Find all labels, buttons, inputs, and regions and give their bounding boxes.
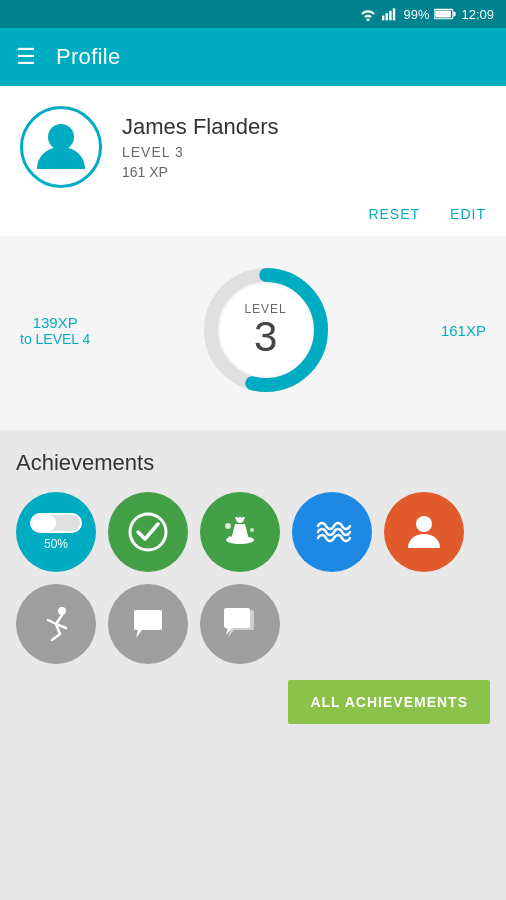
xp-to-next: 139XP to LEVEL 4: [20, 314, 90, 347]
all-achievements-row: ALL ACHIEVEMENTS: [16, 680, 490, 724]
chat-icon: [126, 602, 170, 646]
profile-details: James Flanders LEVEL 3 161 XP: [122, 114, 279, 180]
current-xp: 161XP: [441, 322, 486, 339]
svg-line-22: [56, 615, 62, 624]
level-ring: LEVEL 3: [196, 260, 336, 400]
svg-point-15: [250, 528, 254, 532]
profile-level: LEVEL 3: [122, 144, 279, 160]
svg-rect-1: [382, 16, 384, 21]
status-bar: 99% 12:09: [0, 0, 506, 28]
achievement-checkmark[interactable]: [108, 492, 188, 572]
person-icon: [402, 510, 446, 554]
svg-rect-2: [386, 13, 388, 20]
progress-pct-label: 50%: [44, 537, 68, 551]
achievement-stretch[interactable]: [16, 584, 96, 664]
svg-rect-3: [390, 11, 392, 21]
time: 12:09: [461, 7, 494, 22]
profile-card: James Flanders LEVEL 3 161 XP RESET EDIT: [0, 86, 506, 236]
achievement-progress[interactable]: 50%: [16, 492, 96, 572]
level-section: 139XP to LEVEL 4 LEVEL 3 161XP: [0, 236, 506, 430]
signal-icon: [382, 7, 398, 21]
achievement-person[interactable]: [384, 492, 464, 572]
svg-rect-7: [454, 12, 456, 17]
profile-actions: RESET EDIT: [20, 202, 486, 222]
toolbar: ☰ Profile: [0, 28, 506, 86]
wifi-icon: [359, 7, 377, 21]
chat2-icon: [218, 602, 262, 646]
stretch-icon: [34, 602, 78, 646]
svg-point-0: [367, 19, 370, 22]
status-icons: 99% 12:09: [359, 7, 494, 22]
menu-icon[interactable]: ☰: [16, 44, 36, 70]
check-icon: [126, 510, 170, 554]
progress-bar: [30, 513, 82, 533]
profile-name: James Flanders: [122, 114, 279, 140]
svg-point-16: [228, 536, 232, 540]
svg-point-14: [225, 523, 231, 529]
avatar-icon: [31, 117, 91, 177]
svg-rect-6: [436, 10, 452, 17]
avatar: [20, 106, 102, 188]
achievements-grid: 50%: [16, 492, 490, 664]
donut-center: LEVEL 3: [244, 302, 286, 358]
svg-line-23: [48, 620, 56, 624]
achievements-row-2: [16, 584, 490, 664]
all-achievements-button[interactable]: ALL ACHIEVEMENTS: [288, 680, 490, 724]
svg-rect-4: [393, 8, 395, 20]
profile-info: James Flanders LEVEL 3 161 XP: [20, 106, 486, 188]
battery-icon: [434, 8, 456, 20]
xp-to-label: 139XP: [20, 314, 90, 331]
reset-button[interactable]: RESET: [368, 206, 420, 222]
waves-icon: [310, 510, 354, 554]
achievement-magic[interactable]: [200, 492, 280, 572]
achievements-title: Achievements: [16, 450, 490, 476]
svg-point-20: [416, 516, 432, 532]
achievement-chat2[interactable]: [200, 584, 280, 664]
achievement-chat1[interactable]: [108, 584, 188, 664]
page-title: Profile: [56, 44, 120, 70]
magic-icon: [218, 510, 262, 554]
svg-line-18: [236, 517, 238, 522]
svg-point-12: [130, 514, 166, 550]
svg-line-25: [52, 634, 60, 640]
level-num: 3: [244, 316, 286, 358]
achievement-waves[interactable]: [292, 492, 372, 572]
edit-button[interactable]: EDIT: [450, 206, 486, 222]
profile-xp: 161 XP: [122, 164, 279, 180]
xp-sublabel: to LEVEL 4: [20, 331, 90, 347]
progress-bar-fill: [32, 515, 56, 531]
achievements-row-1: 50%: [16, 492, 490, 572]
battery-pct: 99%: [403, 7, 429, 22]
svg-point-8: [48, 124, 74, 150]
svg-line-19: [242, 517, 244, 522]
achievements-section: Achievements 50%: [0, 430, 506, 740]
